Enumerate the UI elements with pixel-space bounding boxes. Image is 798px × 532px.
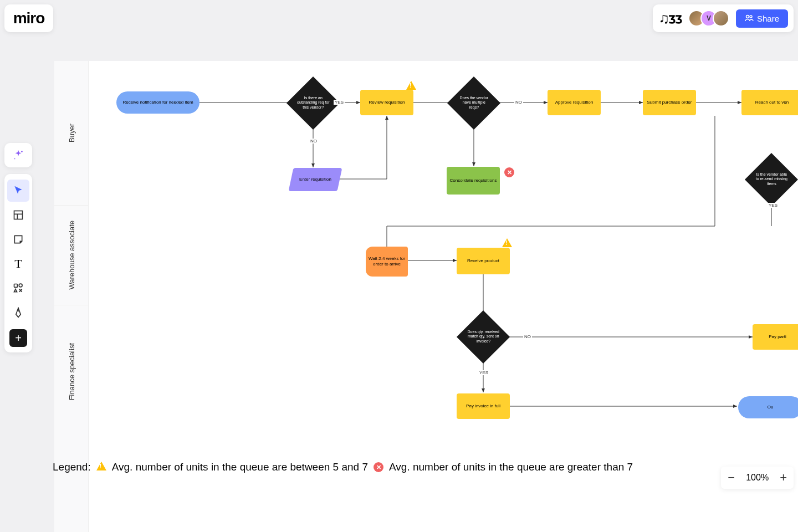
share-button[interactable]: Share (736, 9, 788, 28)
error-badge-consolidate: ✕ (504, 167, 514, 177)
legend-err-icon: ✕ (374, 462, 383, 472)
select-tool[interactable] (7, 180, 29, 202)
text-icon: T (14, 257, 22, 271)
activity-icon[interactable]: ♫ᴣᴣ (658, 10, 682, 27)
edge-label-no-3: NO (523, 334, 532, 339)
legend-warn-text: Avg. number of units in the queue are be… (112, 461, 368, 473)
edge-label-no-2: NO (514, 100, 523, 105)
lane-finance-label: Finance specialist (68, 343, 76, 400)
legend-err-text: Avg. number of units in the queue are gr… (389, 461, 633, 473)
edge-label-yes-3: YES (478, 370, 489, 375)
cursor-icon (13, 185, 24, 196)
zoom-level: 100% (746, 473, 769, 483)
node-reach-out-vendor[interactable]: Reach out to ven (741, 90, 798, 115)
lane-warehouse-label: Warehouse associate (68, 221, 76, 290)
zoom-in-button[interactable]: + (780, 470, 787, 485)
plus-icon: + (15, 332, 22, 345)
node-receive-notification[interactable]: Receive notification for needed item (116, 91, 200, 114)
collaborator-avatars[interactable]: V (688, 10, 729, 27)
warning-badge-review (406, 81, 416, 90)
node-vendor-resend-decision[interactable]: Is the vendor able to re-send missing it… (745, 153, 798, 206)
lane-finance: Finance specialist (54, 305, 89, 438)
people-icon (745, 14, 754, 23)
node-receive-product[interactable]: Receive product (457, 248, 510, 274)
pen-tool[interactable] (7, 301, 29, 324)
ai-tool[interactable] (4, 143, 32, 167)
edge-label-yes-2: YES (768, 203, 779, 208)
warning-badge-receive (502, 238, 512, 247)
header-right: ♫ᴣᴣ V Share (653, 4, 794, 32)
legend-title: Legend: (53, 461, 91, 473)
lane-warehouse: Warehouse associate (54, 205, 89, 305)
node-review-requisition[interactable]: Review requisition (360, 90, 413, 115)
share-label: Share (757, 14, 779, 23)
zoom-out-button[interactable]: − (728, 470, 735, 485)
node-qty-match-decision[interactable]: Does qty. received match qty. sent on in… (457, 310, 510, 364)
svg-point-1 (750, 16, 752, 18)
toolbar: T + (4, 174, 32, 352)
node-consolidate-requisitions[interactable]: Consolidate requisitions (447, 167, 500, 195)
sparkle-icon (12, 149, 24, 161)
svg-point-2 (21, 151, 23, 152)
lane-buyer: Buyer (54, 61, 89, 205)
sticky-tool[interactable] (7, 228, 29, 250)
node-vendor-multiple-decision[interactable]: Does the vendor have multiple reqs? (447, 76, 500, 130)
zoom-control: − 100% + (721, 467, 794, 489)
logo-text: miro (13, 9, 45, 27)
node-enter-requisition[interactable]: Enter requisition (289, 168, 342, 191)
app-logo[interactable]: miro (4, 4, 53, 32)
text-tool[interactable]: T (7, 253, 29, 275)
node-wait-weeks[interactable]: Wait 2-4 weeks for order to arrive (366, 247, 408, 277)
svg-rect-7 (14, 284, 18, 288)
legend: Legend: Avg. number of units in the queu… (53, 461, 633, 473)
lane-buyer-label: Buyer (68, 124, 76, 142)
shapes-tool[interactable] (7, 277, 29, 299)
node-outstanding-req-decision[interactable]: Is there an outstanding req for this ven… (287, 76, 340, 130)
edge-label-yes-1: YES (334, 100, 345, 105)
avatar-3[interactable] (713, 10, 729, 27)
add-tool[interactable]: + (9, 329, 27, 347)
pen-icon (13, 307, 24, 318)
svg-point-8 (19, 284, 22, 287)
legend-warn-icon (96, 461, 106, 473)
node-pay-full[interactable]: Pay invoice in full (457, 393, 510, 419)
template-tool[interactable] (7, 204, 29, 226)
sticky-icon (13, 234, 24, 245)
node-approve-requisition[interactable]: Approve requisition (548, 90, 601, 115)
svg-point-3 (14, 158, 16, 160)
node-submit-po[interactable]: Submit purchase order (643, 90, 696, 115)
svg-point-0 (746, 16, 749, 18)
svg-rect-4 (14, 211, 23, 219)
template-icon (13, 209, 24, 221)
shapes-icon (13, 283, 24, 294)
node-end[interactable]: Ou (738, 396, 798, 418)
node-pay-partial[interactable]: Pay parti (753, 324, 798, 350)
edge-label-no-1: NO (309, 139, 318, 144)
